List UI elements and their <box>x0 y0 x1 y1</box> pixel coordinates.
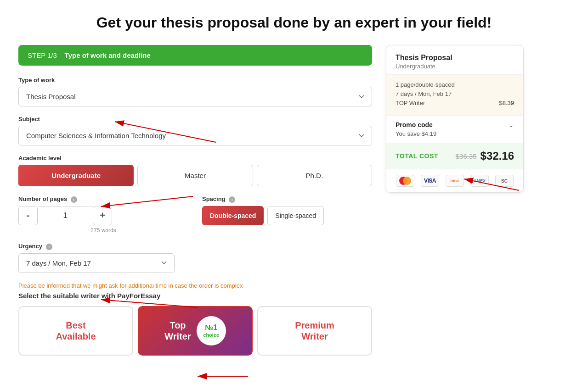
best-available-label: BestAvailable <box>56 320 96 342</box>
step-header: STEP 1/3 Type of work and deadline <box>18 45 372 66</box>
pages-input[interactable] <box>38 206 93 225</box>
level-btn-master[interactable]: Master <box>137 165 253 186</box>
summary-title: Thesis Proposal <box>396 54 514 62</box>
top-writer-price: $8.39 <box>499 100 514 106</box>
summary-detail-top-writer: TOP Writer $8.39 <box>396 100 514 106</box>
amex-icon: AMEX <box>470 175 489 187</box>
payment-icons: VISA DISC AMEX SC <box>386 169 523 192</box>
academic-level-buttons: Undergraduate Master Ph.D. <box>18 165 372 186</box>
level-btn-undergraduate[interactable]: Undergraduate <box>18 165 134 186</box>
promo-chevron-icon[interactable]: ⌄ <box>509 121 514 128</box>
urgency-select[interactable]: 7 days / Mon, Feb 17 <box>18 253 175 273</box>
urgency-select-wrap: 7 days / Mon, Feb 17 <box>18 253 175 273</box>
step-number: STEP 1/3 <box>28 51 57 59</box>
pages-group: Number of pages i - + 275 words <box>18 195 188 234</box>
subject-label: Subject <box>18 116 372 123</box>
no1-badge: №1 choice <box>197 316 226 345</box>
type-of-work-select[interactable]: Thesis Proposal <box>18 87 372 106</box>
pages-increment-button[interactable]: + <box>93 206 112 225</box>
left-panel: STEP 1/3 Type of work and deadline Type … <box>18 45 372 355</box>
top-writer-text: TOP Writer <box>396 100 425 106</box>
pages-decrement-button[interactable]: - <box>18 206 38 225</box>
order-summary-panel: Thesis Proposal Undergraduate 1 page/dou… <box>386 45 524 193</box>
promo-section: Promo code ⌄ You save $4.19 <box>386 116 523 143</box>
promo-save: You save $4.19 <box>396 130 514 137</box>
level-btn-phd[interactable]: Ph.D. <box>257 165 372 186</box>
spacing-btn-double[interactable]: Double-spaced <box>202 206 264 225</box>
summary-details: 1 page/double-spaced 7 days / Mon, Feb 1… <box>386 75 523 116</box>
urgency-group: Urgency i 7 days / Mon, Feb 17 <box>18 243 372 273</box>
summary-header: Thesis Proposal Undergraduate <box>386 45 523 75</box>
top-writer-inner: TopWriter №1 choice <box>164 316 226 345</box>
writer-card-best-available[interactable]: BestAvailable <box>18 306 133 356</box>
urgency-info-icon: i <box>46 244 52 250</box>
pages-control: - + <box>18 206 188 225</box>
spacing-label: Spacing i <box>202 195 372 203</box>
academic-level-group: Academic level Undergraduate Master Ph.D… <box>18 155 372 186</box>
spacing-btn-single[interactable]: Single-spaced <box>267 206 324 225</box>
subject-select[interactable]: Computer Sciences & Information Technolo… <box>18 126 372 145</box>
promo-label: Promo code <box>396 121 433 128</box>
total-section: TOTAL COST $36.35 $32.16 <box>386 143 523 169</box>
svg-point-1 <box>403 177 411 185</box>
sc-icon: SC <box>495 175 514 187</box>
pages-label: Number of pages i <box>18 195 188 203</box>
pages-spacing-row: Number of pages i - + 275 words Spacing … <box>18 195 372 234</box>
summary-detail-deadline: 7 days / Mon, Feb 17 <box>396 90 514 97</box>
promo-row: Promo code ⌄ <box>396 121 514 128</box>
total-label: TOTAL COST <box>396 152 438 160</box>
page-title: Get your thesis proposal done by an expe… <box>18 14 570 31</box>
writer-cards: BestAvailable TopWriter №1 choice Premiu… <box>18 306 372 356</box>
premium-writer-label: PremiumWriter <box>295 320 334 342</box>
summary-subtitle: Undergraduate <box>396 63 514 70</box>
type-of-work-group: Type of work Thesis Proposal <box>18 77 372 106</box>
mastercard-icon <box>396 175 414 187</box>
discover-icon: DISC <box>446 175 464 187</box>
pages-info-icon: i <box>71 196 77 203</box>
writer-card-top-writer[interactable]: TopWriter №1 choice <box>138 306 253 356</box>
visa-icon: VISA <box>421 175 439 187</box>
top-writer-label: TopWriter <box>164 320 191 342</box>
no1-choice: choice <box>203 332 219 338</box>
select-writer-title: Select the suitable writer with PayForEs… <box>18 292 372 300</box>
type-of-work-label: Type of work <box>18 77 372 84</box>
spacing-group: Spacing i Double-spaced Single-spaced <box>202 195 372 225</box>
pages-words: 275 words <box>18 227 188 234</box>
spacing-info-icon: i <box>229 196 235 203</box>
subject-group: Subject Computer Sciences & Information … <box>18 116 372 145</box>
total-original-price: $36.35 <box>456 152 477 160</box>
no1-num: №1 <box>205 323 217 332</box>
writer-card-premium-writer[interactable]: PremiumWriter <box>257 306 372 356</box>
total-row: TOTAL COST $36.35 $32.16 <box>396 150 514 162</box>
total-final-price: $32.16 <box>481 150 514 162</box>
urgency-label: Urgency i <box>18 243 372 250</box>
spacing-buttons: Double-spaced Single-spaced <box>202 206 372 225</box>
step-title: Type of work and deadline <box>65 51 151 59</box>
academic-level-label: Academic level <box>18 155 372 162</box>
total-prices: $36.35 $32.16 <box>456 150 514 162</box>
summary-detail-pages: 1 page/double-spaced <box>396 81 514 88</box>
info-text: Please be informed that we might ask for… <box>18 282 372 289</box>
